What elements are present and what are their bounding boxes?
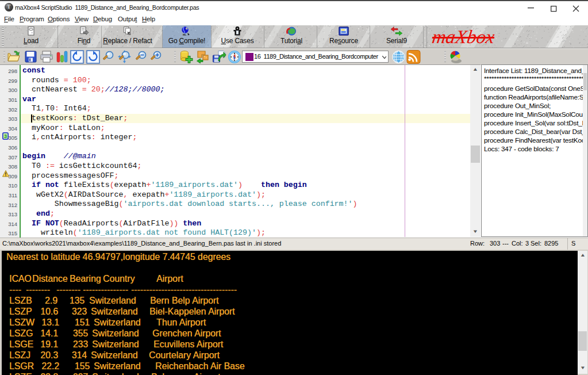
svg-text:3: 3 [3, 133, 6, 139]
svg-text:m.: m. [183, 33, 187, 36]
